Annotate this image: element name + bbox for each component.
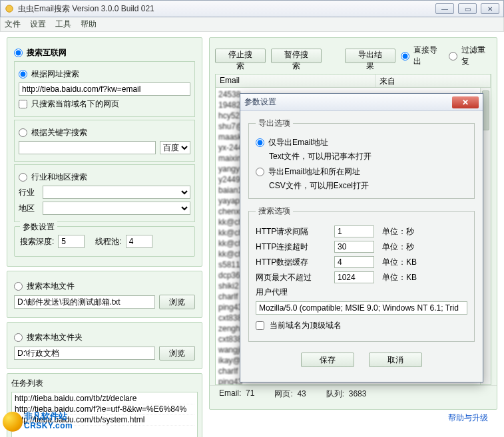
thread-label: 线程池:: [95, 236, 121, 247]
topdomain-label: 当前域名为顶级域名: [270, 320, 342, 331]
region-select[interactable]: [43, 202, 190, 215]
interval-label: HTTP请求间隔: [256, 226, 329, 237]
app-icon: [5, 4, 14, 13]
export-opt1-label: 仅导出Email地址: [268, 137, 328, 148]
local-file-label: 搜索本地文件: [27, 281, 75, 292]
industry-select[interactable]: [43, 186, 190, 199]
cancel-button[interactable]: 取消: [369, 353, 422, 367]
toolbar: 停止搜索 暂停搜索 导出结果 直接导出 过滤重复: [210, 38, 497, 74]
dialog-titlebar[interactable]: 参数设置 ✕: [240, 94, 483, 111]
timeout-input[interactable]: [334, 241, 374, 253]
region-label: 地区: [19, 203, 39, 214]
only-domain-label: 只搜索当前域名下的网页: [31, 98, 119, 110]
statusbar: Email: 71 网页: 43 队列: 3683: [210, 385, 497, 402]
status-page-label: 网页:: [274, 389, 292, 398]
maxpage-input[interactable]: [334, 271, 374, 283]
cache-input[interactable]: [334, 256, 374, 268]
close-button[interactable]: ✕: [481, 3, 499, 14]
menu-settings[interactable]: 设置: [30, 19, 46, 30]
search-internet-group: 搜索互联网 根据网址搜索 只搜索当前域名下的网页 根据关键字搜索 百度 行业和地…: [7, 37, 202, 267]
depth-input[interactable]: [58, 235, 85, 248]
status-queue-label: 队列:: [326, 389, 344, 398]
by-keyword-radio[interactable]: [19, 128, 27, 137]
by-keyword-label: 根据关键字搜索: [31, 127, 87, 138]
browse-folder-button[interactable]: 浏览: [159, 346, 195, 361]
save-button[interactable]: 保存: [301, 353, 354, 367]
cache-label: HTTP数据缓存: [256, 257, 329, 268]
search-options-group: 搜索选项 HTTP请求间隔单位：秒 HTTP连接超时单位：秒 HTTP数据缓存单…: [248, 206, 475, 342]
industry-label: 行业: [19, 187, 39, 198]
search-internet-radio[interactable]: [14, 49, 23, 57]
task-item[interactable]: http://tieba.baidu.com/tb/zt/declare: [15, 394, 194, 404]
col-email[interactable]: Email: [216, 74, 376, 87]
menubar: 文件 设置 工具 帮助: [0, 17, 504, 32]
maximize-button[interactable]: ▭: [458, 3, 477, 14]
param-group: 参数设置 搜索深度: 线程池:: [14, 226, 195, 257]
local-folder-input[interactable]: [14, 347, 155, 360]
menu-tools[interactable]: 工具: [55, 19, 71, 30]
local-file-input[interactable]: [14, 295, 155, 309]
only-domain-check[interactable]: [19, 100, 27, 108]
local-folder-group: 搜索本地文件夹 浏览: [7, 322, 202, 369]
topdomain-check[interactable]: [256, 321, 264, 330]
minimize-button[interactable]: —: [435, 3, 454, 14]
direct-export-radio[interactable]: [401, 52, 409, 61]
stop-button[interactable]: 停止搜索: [215, 49, 266, 63]
status-email-value: 71: [246, 388, 254, 398]
by-industry-label: 行业和地区搜索: [31, 172, 87, 183]
export-opt1-desc: Text文件，可以用记事本打开: [269, 151, 467, 162]
logo-icon: [3, 412, 23, 432]
local-folder-label: 搜索本地文件夹: [27, 332, 83, 343]
svg-point-0: [6, 5, 13, 13]
timeout-label: HTTP连接超时: [256, 241, 329, 253]
filter-dup-radio[interactable]: [449, 52, 457, 61]
export-email-url-radio[interactable]: [256, 168, 264, 176]
window-title: 虫虫Email搜索 Version 3.0.0 Build 021: [18, 3, 435, 15]
settings-dialog: 参数设置 ✕ 导出选项 仅导出Email地址 Text文件，可以用记事本打开 导…: [240, 93, 483, 382]
by-url-label: 根据网址搜索: [31, 69, 79, 80]
thread-input[interactable]: [126, 235, 152, 248]
by-industry-radio[interactable]: [19, 173, 27, 182]
cache-unit: 单位：KB: [382, 257, 417, 268]
maxpage-unit: 单位：KB: [382, 272, 417, 283]
export-options-group: 导出选项 仅导出Email地址 Text文件，可以用记事本打开 导出Email地…: [248, 118, 475, 199]
depth-label: 搜索深度:: [20, 236, 54, 247]
interval-input[interactable]: [334, 225, 374, 237]
timeout-unit: 单位：秒: [382, 241, 414, 253]
export-button[interactable]: 导出结果: [345, 49, 395, 63]
help-upgrade-link[interactable]: 帮助与升级: [209, 410, 497, 426]
status-page-value: 43: [297, 389, 306, 398]
export-email-only-radio[interactable]: [256, 138, 264, 147]
ua-input[interactable]: [256, 301, 467, 315]
local-folder-radio[interactable]: [14, 333, 23, 342]
url-input[interactable]: [19, 82, 190, 96]
dialog-close-button[interactable]: ✕: [452, 96, 479, 108]
menu-file[interactable]: 文件: [5, 19, 21, 30]
export-opt2-desc: CSV文件，可以用Excel打开: [269, 180, 467, 192]
search-legend: 搜索选项: [256, 206, 293, 217]
filter-dup-label: 过滤重复: [461, 45, 491, 67]
pause-button[interactable]: 暂停搜索: [271, 49, 322, 63]
status-queue-value: 3683: [349, 389, 367, 398]
menu-help[interactable]: 帮助: [81, 19, 97, 30]
col-from[interactable]: 来自: [376, 74, 491, 87]
dialog-title: 参数设置: [244, 96, 452, 108]
titlebar: 虫虫Email搜索 Version 3.0.0 Build 021 — ▭ ✕: [0, 0, 504, 17]
export-legend: 导出选项: [256, 118, 293, 129]
param-title: 参数设置: [20, 221, 57, 233]
by-url-radio[interactable]: [19, 70, 27, 78]
export-opt2-label: 导出Email地址和所在网址: [268, 166, 360, 178]
browse-file-button[interactable]: 浏览: [159, 295, 195, 309]
local-file-radio[interactable]: [14, 282, 23, 291]
ua-label: 用户代理: [256, 287, 329, 298]
engine-select[interactable]: 百度: [160, 141, 190, 154]
maxpage-label: 网页最大不超过: [256, 272, 329, 283]
direct-export-label: 直接导出: [413, 45, 443, 67]
logo-en: CRSKY.com: [24, 421, 73, 430]
local-file-group: 搜索本地文件 浏览: [7, 271, 202, 318]
watermark-logo: 非凡软件站 CRSKY.com: [1, 409, 81, 436]
status-email-label: Email:: [219, 388, 241, 398]
task-list-title: 任务列表: [11, 378, 198, 389]
keyword-input[interactable]: [19, 141, 156, 154]
search-internet-label: 搜索互联网: [27, 47, 67, 59]
